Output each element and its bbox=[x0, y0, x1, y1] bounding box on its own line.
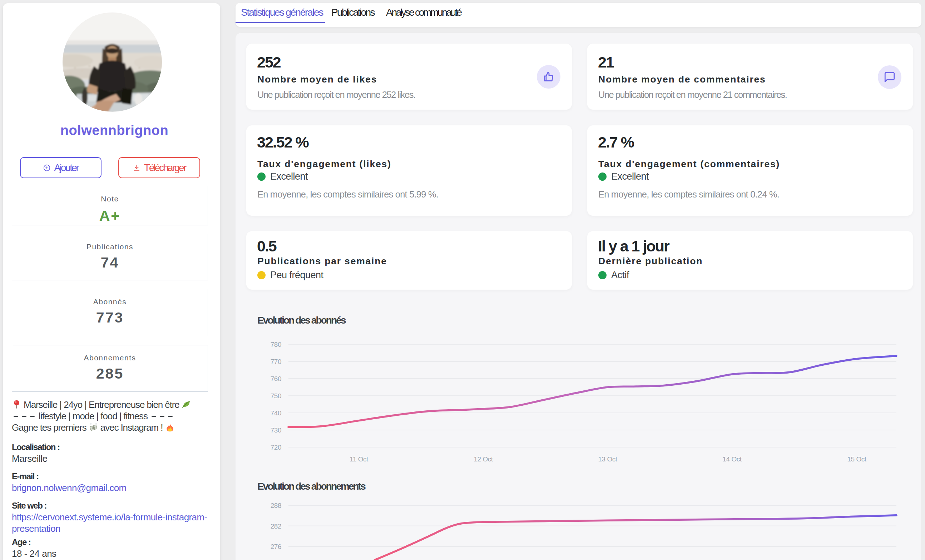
svg-text:11 Oct: 11 Oct bbox=[350, 455, 369, 463]
svg-text:770: 770 bbox=[271, 358, 281, 365]
svg-text:276: 276 bbox=[271, 543, 281, 550]
svg-text:760: 760 bbox=[271, 375, 281, 383]
svg-text:750: 750 bbox=[271, 392, 281, 399]
svg-text:730: 730 bbox=[271, 426, 281, 434]
svg-text:288: 288 bbox=[271, 502, 281, 509]
svg-text:282: 282 bbox=[271, 522, 281, 530]
svg-text:13 Oct: 13 Oct bbox=[598, 455, 618, 463]
svg-text:14 Oct: 14 Oct bbox=[723, 455, 742, 463]
svg-text:720: 720 bbox=[271, 444, 281, 451]
svg-text:740: 740 bbox=[271, 409, 281, 417]
svg-text:12 Oct: 12 Oct bbox=[474, 455, 493, 463]
svg-text:15 Oct: 15 Oct bbox=[847, 455, 867, 463]
svg-text:780: 780 bbox=[271, 341, 281, 348]
